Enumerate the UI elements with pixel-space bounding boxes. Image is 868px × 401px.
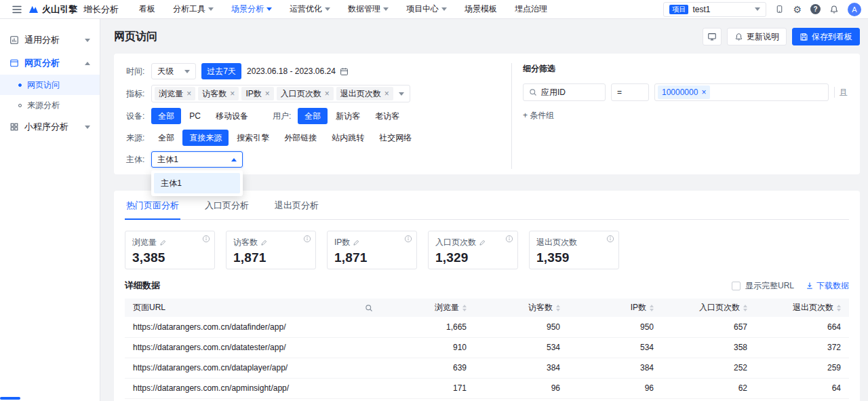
table-row[interactable]: https://datarangers.com.cn/datatester/ap… [125,337,849,358]
nav-item-operation-optimize[interactable]: 运营优化 [290,3,330,15]
metrics-multiselect[interactable]: 浏览量× 访客数× IP数× 入口页次数× 退出页次数× [151,85,410,102]
update-notes-button[interactable]: 更新说明 [727,28,787,45]
condition-value-input[interactable]: 10000000 × [654,83,829,101]
nav-item-dashboard[interactable]: 看板 [139,3,155,15]
nav-item-scene-template[interactable]: 场景模板 [465,3,497,15]
value-tag[interactable]: 10000000 × [658,85,710,99]
gear-icon[interactable]: ⚙ [793,5,802,14]
calendar-icon[interactable] [340,67,349,76]
info-icon[interactable] [606,235,614,243]
volcengine-logo-icon[interactable] [28,5,39,14]
scrollbar-thumb[interactable] [0,397,20,400]
device-option-all[interactable]: 全部 [151,108,181,124]
nav-item-tracking-governance[interactable]: 埋点治理 [515,3,547,15]
metric-card-ip[interactable]: IP数 1,871 [327,231,417,269]
metric-tag[interactable]: 入口页次数× [277,87,334,100]
source-option-search-engine[interactable]: 搜索引擎 [230,130,276,146]
info-icon[interactable] [303,235,311,243]
edit-icon[interactable] [260,240,267,246]
nav-item-analysis-tools[interactable]: 分析工具 [173,3,214,15]
close-icon[interactable]: × [230,90,235,98]
source-option-internal-jump[interactable]: 站内跳转 [325,130,371,146]
sort-icon[interactable] [650,305,654,311]
table-row[interactable]: https://datarangers.com.cn/apminsight/ap… [125,378,849,398]
sidebar-item-source-analysis[interactable]: 来源分析 [0,95,100,115]
show-full-url-checkbox[interactable] [732,282,741,290]
avatar[interactable]: A [848,3,861,16]
metric-tag[interactable]: 退出页次数× [336,87,393,100]
column-label: 入口页次数 [699,302,740,313]
subject-dropdown-option[interactable]: 主体1 [154,173,240,193]
sort-icon[interactable] [462,305,467,311]
close-icon[interactable]: × [186,90,191,98]
tab-exit-pages[interactable]: 退出页分析 [273,191,320,220]
cell-url[interactable]: https://datarangers.com.cn/datatester/ap… [125,337,381,358]
add-condition-group-button[interactable]: + 条件组 [523,110,554,121]
metric-tag[interactable]: 访客数× [198,87,239,100]
metric-card-pageviews[interactable]: 浏览量 3,385 [125,231,215,269]
metric-card-exit-pages[interactable]: 退出页次数 1,359 [529,231,619,269]
operator-select[interactable]: = [611,83,649,101]
sort-icon[interactable] [837,305,841,311]
monitor-icon [707,32,717,41]
chevron-up-icon [85,62,90,65]
cell-url[interactable]: https://datarangers.com.cn/dataplayer/ap… [125,358,381,378]
device-option-mobile[interactable]: 移动设备 [209,108,255,124]
info-icon[interactable] [202,235,210,243]
column-header-exit: 退出页次数 [755,299,849,317]
cell-url[interactable]: https://datarangers.com.cn/apminsight/ap… [125,378,381,398]
mobile-device-icon[interactable] [775,5,784,14]
nav-item-scene-analysis[interactable]: 场景分析 [231,3,272,15]
edit-icon[interactable] [159,240,166,246]
table-row[interactable]: https://datarangers.com.cn/dataplayer/ap… [125,358,849,378]
user-option-returning[interactable]: 老访客 [368,108,406,124]
device-option-pc[interactable]: PC [182,108,208,124]
time-range-tag[interactable]: 过去7天 [201,63,241,79]
close-icon[interactable]: × [384,90,389,98]
edit-icon[interactable] [353,240,359,246]
date-range-value[interactable]: 2023.06.18 - 2023.06.24 [247,66,336,76]
user-option-new[interactable]: 新访客 [329,108,367,124]
download-data-button[interactable]: 下载数据 [806,280,849,292]
search-icon[interactable] [365,304,373,312]
nav-item-data-management[interactable]: 数据管理 [348,3,389,15]
sidebar-item-web-visit[interactable]: 网页访问 [0,75,100,95]
close-icon[interactable]: × [265,90,270,98]
subject-select[interactable]: 主体1 主体1 [151,151,243,168]
source-option-social[interactable]: 社交网络 [372,130,418,146]
property-select[interactable]: 应用ID [523,83,606,101]
edit-icon[interactable] [479,240,486,246]
detail-actions: 显示完整URL 下载数据 [732,280,849,292]
property-value: 应用ID [541,87,566,98]
info-icon[interactable] [505,235,513,243]
update-notes-label: 更新说明 [747,31,779,43]
display-board-button[interactable] [703,28,722,45]
sort-icon[interactable] [743,305,747,311]
sidebar-item-general-analysis[interactable]: 通用分析 [0,28,100,52]
project-selector[interactable]: 项目 test1 [663,2,766,17]
sort-icon[interactable] [556,305,560,311]
cell-url[interactable]: https://datarangers.com.cn/datafinder/ap… [125,317,381,337]
sidebar-item-miniprogram-analysis[interactable]: 小程序分析 [0,115,100,138]
close-icon[interactable]: × [325,90,330,98]
user-option-all[interactable]: 全部 [298,108,328,124]
save-to-dashboard-button[interactable]: 保存到看板 [792,28,860,45]
close-icon[interactable]: × [701,88,706,96]
source-option-direct[interactable]: 直接来源 [182,130,229,146]
metric-card-visitors[interactable]: 访客数 1,871 [226,231,316,269]
metric-tag[interactable]: 浏览量× [155,87,195,100]
help-icon[interactable]: ? [810,4,821,14]
save-icon [800,33,808,41]
source-option-all[interactable]: 全部 [151,130,181,146]
source-option-external-link[interactable]: 外部链接 [277,130,323,146]
metric-card-entry-pages[interactable]: 入口页次数 1,329 [428,231,518,269]
hamburger-menu-icon[interactable] [7,5,27,14]
info-icon[interactable] [404,235,412,243]
metric-tag[interactable]: IP数× [241,87,273,100]
cell-value: 372 [755,337,849,358]
table-row[interactable]: https://datarangers.com.cn/datafinder/ap… [125,317,849,337]
nav-item-project-center[interactable]: 项目中心 [406,3,447,15]
bell-icon[interactable] [829,5,839,14]
granularity-select[interactable]: 天级 [151,63,196,79]
sidebar-item-web-analysis[interactable]: 网页分析 [0,52,100,75]
